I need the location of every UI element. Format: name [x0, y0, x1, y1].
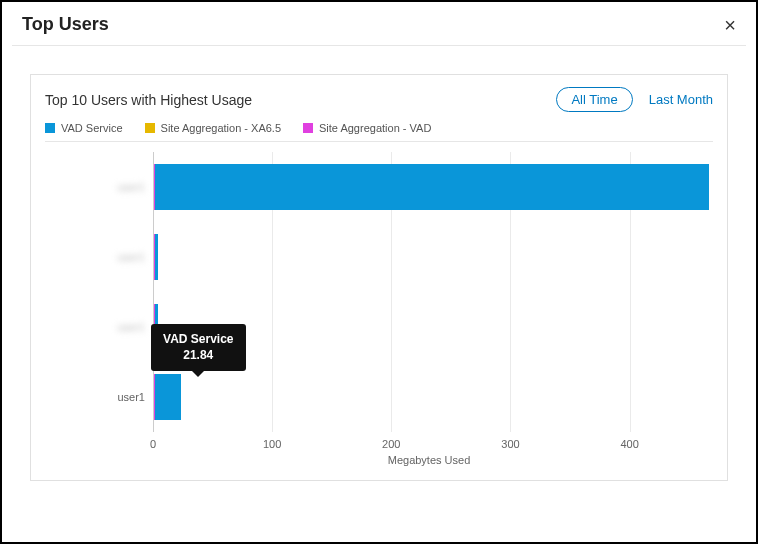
modal-header: Top Users ×	[2, 2, 756, 45]
filter-last-month[interactable]: Last Month	[649, 92, 713, 107]
category-label: user1	[117, 251, 145, 263]
time-range-controls: All Time Last Month	[556, 87, 713, 112]
x-tick-label: 0	[150, 438, 156, 450]
x-axis-title: Megabytes Used	[388, 454, 471, 466]
modal-title: Top Users	[22, 14, 109, 35]
tooltip: VAD Service21.84	[151, 324, 245, 371]
x-tick-label: 200	[382, 438, 400, 450]
x-tick-label: 100	[263, 438, 281, 450]
x-tick-label: 400	[620, 438, 638, 450]
legend-item-vad-service[interactable]: VAD Service	[45, 122, 123, 134]
bar-segment-vad-service[interactable]	[155, 164, 709, 210]
close-icon[interactable]: ×	[724, 15, 736, 35]
x-tick-label: 300	[501, 438, 519, 450]
legend-label: Site Aggregation - VAD	[319, 122, 431, 134]
category-label: user1	[117, 321, 145, 333]
bar-segment-vad-service[interactable]	[155, 234, 158, 280]
legend-label: VAD Service	[61, 122, 123, 134]
swatch-icon	[45, 123, 55, 133]
swatch-icon	[303, 123, 313, 133]
filter-all-time[interactable]: All Time	[556, 87, 632, 112]
chart-title: Top 10 Users with Highest Usage	[45, 92, 252, 108]
legend-item-site-agg-vad[interactable]: Site Aggregation - VAD	[303, 122, 431, 134]
bar-segment-vad-service[interactable]	[155, 374, 181, 420]
plot-area: Megabytes Used 0100200300400user1user1us…	[153, 152, 705, 462]
chart-card: Top 10 Users with Highest Usage All Time…	[30, 74, 728, 481]
swatch-icon	[145, 123, 155, 133]
divider	[45, 141, 713, 142]
legend: VAD Service Site Aggregation - XA6.5 Sit…	[45, 122, 713, 139]
divider	[12, 45, 746, 46]
legend-label: Site Aggregation - XA6.5	[161, 122, 281, 134]
legend-item-site-agg-xa65[interactable]: Site Aggregation - XA6.5	[145, 122, 281, 134]
category-label: user1	[117, 391, 145, 403]
category-label: user1	[117, 181, 145, 193]
